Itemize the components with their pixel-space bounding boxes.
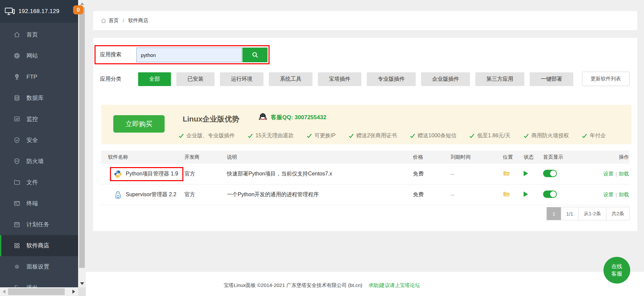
category-tab-enterprise-plugins[interactable]: 企业版插件 <box>421 72 470 86</box>
category-tab-one-click[interactable]: 一键部署 <box>530 72 573 86</box>
home-display-toggle[interactable] <box>543 191 557 198</box>
category-tab-third-party[interactable]: 第三方应用 <box>475 72 524 86</box>
ftp-icon <box>13 73 20 80</box>
message-count-badge[interactable]: 0 <box>73 5 83 14</box>
online-support-button[interactable]: 在线 客服 <box>603 257 630 284</box>
footer-forum-link[interactable]: 求助|建议请上宝塔论坛 <box>368 282 420 288</box>
banner-feature: 年付企 <box>582 132 606 139</box>
sidebar-item-logout[interactable]: 退出 <box>0 277 78 287</box>
breadcrumb-home-link[interactable]: 首页 <box>109 17 119 24</box>
support-qq: 客服QQ: 3007255432 <box>258 112 326 122</box>
sidebar-vertical-scrollbar[interactable] <box>78 0 86 287</box>
home-display-toggle[interactable] <box>543 170 557 177</box>
sidebar-item-terminal[interactable]: 终端 <box>0 193 78 214</box>
settings-link[interactable]: 设置 <box>603 171 613 177</box>
category-tab-bt-plugins[interactable]: 宝塔插件 <box>318 72 361 86</box>
check-icon <box>348 133 354 139</box>
grid-icon <box>13 242 20 249</box>
vertical-scrollbar-thumb[interactable] <box>79 7 85 268</box>
search-label: 应用搜索 <box>100 51 121 58</box>
update-software-list-button[interactable]: 更新软件列表 <box>582 72 630 86</box>
col-header-location: 位置 <box>494 154 515 160</box>
sidebar-item-ftp[interactable]: FTP <box>0 66 78 87</box>
sidebar-item-files[interactable]: 文件 <box>0 172 78 193</box>
scroll-up-arrow-icon[interactable] <box>80 2 84 5</box>
uninstall-link[interactable]: 卸载 <box>619 192 629 198</box>
server-header: 192.168.17.129 <box>0 0 78 23</box>
shield-check-icon <box>13 137 20 144</box>
home-icon <box>13 31 20 38</box>
app-price: 免费 <box>403 191 441 198</box>
scroll-right-arrow-icon[interactable] <box>72 290 75 294</box>
enterprise-promo-banner: 立即购买 Linux企业版优势 客服QQ: 3007255432 企业版、专业版… <box>101 105 632 144</box>
app-name-link[interactable]: Supervisor管理器 2.2 <box>126 191 176 198</box>
sidebar-item-monitor[interactable]: 监控 <box>0 108 78 130</box>
app-name-link[interactable]: Python项目管理器 1.9 <box>126 170 178 177</box>
sidebar-item-home[interactable]: 首页 <box>0 24 78 45</box>
bt-panel-app: 192.168.17.129 0 首页 网站 FTP 数据库 监控 安全 WA <box>0 0 644 296</box>
col-header-status: 状态 <box>515 154 536 160</box>
col-header-developer: 开发商 <box>184 154 227 160</box>
sidebar-item-security[interactable]: 安全 <box>0 130 78 151</box>
uninstall-link[interactable]: 卸载 <box>619 171 629 177</box>
col-header-price: 价格 <box>403 154 441 160</box>
folder-yellow-icon[interactable] <box>503 191 510 197</box>
col-header-home-display: 首页显示 <box>536 154 573 160</box>
gear-icon <box>13 263 20 270</box>
app-price: 免费 <box>403 170 441 177</box>
search-button[interactable] <box>242 48 268 62</box>
play-icon[interactable] <box>524 192 528 197</box>
sidebar-item-database[interactable]: 数据库 <box>0 87 78 108</box>
pagination-page-info: 1/1 <box>561 207 579 220</box>
category-label: 应用分类 <box>100 76 121 83</box>
python-app-highlight-annotation: Python项目管理器 1.9 <box>110 167 183 181</box>
buy-now-button[interactable]: 立即购买 <box>113 115 165 133</box>
database-icon <box>13 94 20 101</box>
search-input[interactable] <box>136 48 242 62</box>
banner-feature: 商用防火墙授权 <box>523 132 569 139</box>
settings-link[interactable]: 设置 <box>603 192 613 198</box>
scroll-left-arrow-icon[interactable] <box>3 290 5 294</box>
app-store-panel: 应用搜索 应用分类 全部 已安装 运行环境 系统工具 宝塔插件 专业版插件 企业… <box>93 38 637 231</box>
category-tab-installed[interactable]: 已安装 <box>176 72 215 86</box>
category-tab-system-tools[interactable]: 系统工具 <box>269 72 312 86</box>
check-icon <box>523 133 529 139</box>
footer-copyright: 宝塔Linux面板 ©2014-2021 广东堡塔安全技术有限公司 (bt.cn… <box>224 282 362 288</box>
sidebar-item-label: 终端 <box>26 200 38 207</box>
pagination-page-1[interactable]: 1 <box>546 207 561 220</box>
sidebar-item-firewall[interactable]: WAF 防火墙 <box>0 151 78 172</box>
breadcrumb-current: 软件商店 <box>128 17 148 24</box>
sidebar-item-label: 网站 <box>26 52 38 60</box>
horizontal-scrollbar-thumb[interactable] <box>8 288 65 295</box>
main-content: 宝塔Linux面板 ©2014-2021 广东堡塔安全技术有限公司 (bt.cn… <box>86 0 644 296</box>
folder-yellow-icon[interactable] <box>503 170 510 176</box>
banner-feature: 15天无理由退款 <box>247 132 294 139</box>
app-description: 快速部署Python项目，当前仅支持Centos7.x <box>227 170 403 177</box>
category-tab-runtime[interactable]: 运行环境 <box>220 72 264 86</box>
category-filter-row: 全部 已安装 运行环境 系统工具 宝塔插件 专业版插件 企业版插件 第三方应用 … <box>138 72 573 86</box>
sidebar-item-app-store[interactable]: 软件商店 <box>0 235 78 256</box>
app-expire: -- <box>441 171 494 177</box>
sidebar-item-label: 计划任务 <box>26 221 49 228</box>
scroll-down-arrow-icon[interactable] <box>80 282 84 285</box>
logout-icon <box>13 284 20 287</box>
check-icon <box>469 133 475 139</box>
search-icon <box>251 51 259 59</box>
pagination-range: 从1-2条 <box>578 207 606 220</box>
pagination: 1 1/1 从1-2条 共2条 <box>547 207 630 220</box>
toggle-knob <box>550 191 556 197</box>
category-tab-all[interactable]: 全部 <box>138 72 171 86</box>
server-ip: 192.168.17.129 <box>18 8 59 15</box>
banner-feature: 低至1.86元/天 <box>469 132 511 139</box>
sidebar-item-cron[interactable]: 计划任务 <box>0 214 78 235</box>
sidebar-item-panel-settings[interactable]: 面板设置 <box>0 256 78 277</box>
sidebar-horizontal-scrollbar[interactable] <box>0 287 86 296</box>
app-developer: 官方 <box>184 170 227 177</box>
calendar-icon <box>13 221 20 228</box>
category-tab-pro-plugins[interactable]: 专业版插件 <box>367 72 416 86</box>
play-icon[interactable] <box>524 171 528 176</box>
breadcrumb-separator: / <box>123 18 124 23</box>
sidebar-item-website[interactable]: 网站 <box>0 45 78 66</box>
sidebar-nav: 首页 网站 FTP 数据库 监控 安全 WAF 防火墙 文件 <box>0 23 78 287</box>
server-monitor-icon <box>5 7 15 15</box>
